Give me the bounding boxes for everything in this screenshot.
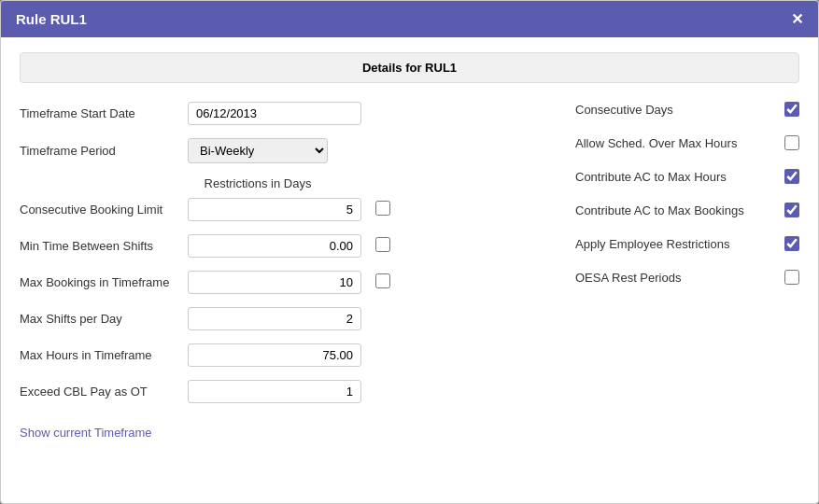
- section-header: Details for RUL1: [20, 52, 799, 83]
- contribute-ac-to-max-hours-label: Contribute AC to Max Hours: [575, 170, 784, 184]
- allow-sched-over-max-hours-item: Allow Sched. Over Max Hours: [575, 135, 799, 150]
- timeframe-period-label: Timeframe Period: [20, 144, 188, 158]
- max-bookings-in-timeframe-input[interactable]: [188, 271, 361, 294]
- consecutive-booking-limit-label: Consecutive Booking Limit: [20, 203, 188, 217]
- restrictions-in-days-label: Restrictions in Days: [188, 176, 328, 190]
- close-button[interactable]: ✕: [791, 10, 803, 28]
- exceed-cbl-pay-as-ot-label: Exceed CBL Pay as OT: [20, 385, 188, 399]
- content-area: Timeframe Start Date Timeframe Period Bi…: [20, 102, 799, 440]
- contribute-ac-to-max-hours-item: Contribute AC to Max Hours: [575, 169, 799, 184]
- max-bookings-in-timeframe-label: Max Bookings in Timeframe: [20, 275, 188, 289]
- timeframe-start-date-input[interactable]: [188, 102, 361, 125]
- contribute-ac-to-max-bookings-item: Contribute AC to Max Bookings: [575, 203, 799, 217]
- consecutive-days-checkbox[interactable]: [784, 102, 799, 117]
- min-time-between-shifts-input[interactable]: [188, 234, 361, 258]
- right-panel: Consecutive Days Allow Sched. Over Max H…: [538, 102, 799, 440]
- contribute-ac-to-max-bookings-checkbox[interactable]: [784, 203, 799, 217]
- modal-container: Rule RUL1 ✕ Details for RUL1 Timeframe S…: [0, 0, 819, 504]
- modal-body: Details for RUL1 Timeframe Start Date Ti…: [1, 37, 818, 503]
- max-hours-in-timeframe-input[interactable]: [188, 343, 361, 367]
- apply-employee-restrictions-label: Apply Employee Restrictions: [575, 237, 784, 251]
- consecutive-booking-restriction-cell: [369, 201, 397, 218]
- contribute-ac-to-max-bookings-label: Contribute AC to Max Bookings: [575, 203, 784, 217]
- timeframe-period-select[interactable]: Bi-Weekly Weekly Monthly: [188, 138, 328, 163]
- min-time-between-shifts-label: Min Time Between Shifts: [20, 239, 188, 253]
- max-bookings-in-timeframe-row: Max Bookings in Timeframe: [20, 271, 519, 294]
- apply-employee-restrictions-item: Apply Employee Restrictions: [575, 236, 799, 251]
- consecutive-days-label: Consecutive Days: [575, 103, 784, 117]
- exceed-cbl-pay-as-ot-row: Exceed CBL Pay as OT: [20, 380, 519, 403]
- max-bookings-restriction-cell: [369, 273, 397, 291]
- max-hours-in-timeframe-label: Max Hours in Timeframe: [20, 348, 188, 362]
- apply-employee-restrictions-checkbox[interactable]: [784, 236, 799, 251]
- min-time-restriction-cell: [369, 237, 397, 255]
- allow-sched-over-max-hours-checkbox[interactable]: [784, 135, 799, 150]
- left-panel: Timeframe Start Date Timeframe Period Bi…: [20, 102, 519, 440]
- restrictions-header: Restrictions in Days: [188, 176, 519, 190]
- modal-header: Rule RUL1 ✕: [1, 1, 818, 37]
- consecutive-days-item: Consecutive Days: [575, 102, 799, 117]
- modal-title: Rule RUL1: [16, 11, 87, 27]
- max-shifts-per-day-label: Max Shifts per Day: [20, 312, 188, 326]
- max-bookings-restriction-checkbox[interactable]: [375, 273, 390, 288]
- oesa-rest-periods-item: OESA Rest Periods: [575, 270, 799, 285]
- contribute-ac-to-max-hours-checkbox[interactable]: [784, 169, 799, 184]
- timeframe-start-date-label: Timeframe Start Date: [20, 106, 188, 120]
- oesa-rest-periods-label: OESA Rest Periods: [575, 271, 784, 285]
- consecutive-booking-restriction-checkbox[interactable]: [375, 201, 390, 216]
- consecutive-booking-limit-row: Consecutive Booking Limit: [20, 198, 519, 221]
- min-time-between-shifts-row: Min Time Between Shifts: [20, 234, 519, 258]
- max-hours-in-timeframe-row: Max Hours in Timeframe: [20, 343, 519, 367]
- consecutive-booking-limit-input[interactable]: [188, 198, 361, 221]
- show-timeframe-link[interactable]: Show current Timeframe: [20, 426, 152, 440]
- max-shifts-per-day-row: Max Shifts per Day: [20, 307, 519, 330]
- timeframe-period-row: Timeframe Period Bi-Weekly Weekly Monthl…: [20, 138, 519, 163]
- exceed-cbl-pay-as-ot-input[interactable]: [188, 380, 361, 403]
- timeframe-start-date-row: Timeframe Start Date: [20, 102, 519, 125]
- max-shifts-per-day-input[interactable]: [188, 307, 361, 330]
- min-time-restriction-checkbox[interactable]: [375, 237, 390, 252]
- oesa-rest-periods-checkbox[interactable]: [784, 270, 799, 285]
- allow-sched-over-max-hours-label: Allow Sched. Over Max Hours: [575, 136, 784, 150]
